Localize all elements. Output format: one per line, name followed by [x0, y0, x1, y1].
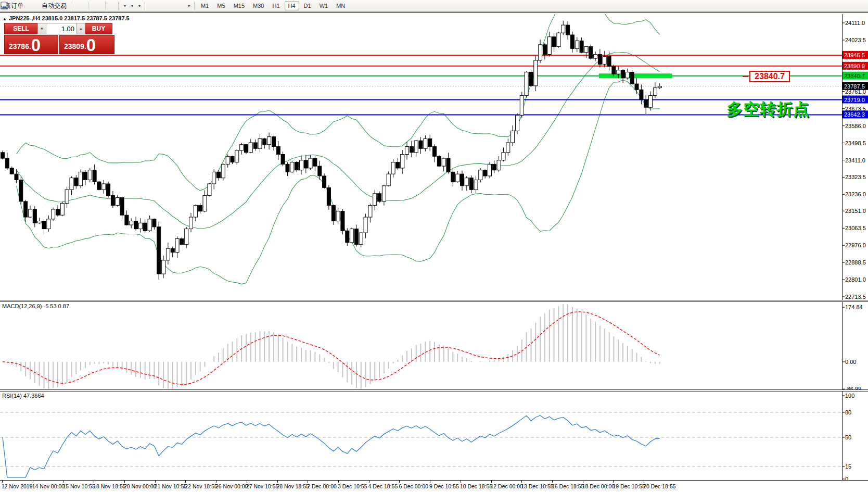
zoom-in-button[interactable]	[91, 0, 95, 11]
x-axis-tick	[399, 481, 400, 483]
macd-panel-canvas[interactable]: 174.84 0.00 -86.99	[0, 302, 868, 389]
chart-shift-button[interactable]	[112, 0, 116, 11]
template-button[interactable]: ▾	[135, 0, 143, 11]
auto-scroll-button[interactable]	[108, 0, 112, 11]
y-axis-tick-label: 80	[845, 409, 851, 415]
tf-m1-button[interactable]: M1	[197, 1, 212, 10]
volume-input[interactable]	[46, 23, 76, 34]
rsi-indicator-label: RSI(14) 47.3664	[2, 393, 44, 399]
fibonacci-tool-button[interactable]: F	[172, 0, 176, 11]
toolbar-separator	[88, 2, 88, 10]
sell-button[interactable]: SELL	[4, 23, 37, 34]
tf-mn-button[interactable]: MN	[333, 1, 349, 10]
sell-price-int: 23786	[9, 40, 29, 53]
x-axis-label: 12 Dec 00:00	[491, 483, 523, 489]
text-tool-button[interactable]: A	[176, 0, 181, 11]
price-badge-label: 23787.5	[844, 83, 865, 90]
x-axis-tick	[216, 481, 216, 483]
x-axis-label: 15 Nov 10:55	[62, 483, 95, 489]
vertical-line-tool-button[interactable]	[156, 0, 160, 11]
auto-trading-button[interactable]: 自动交易	[38, 0, 69, 11]
volume-decrease-button[interactable]: ▼	[37, 23, 46, 34]
x-axis-tick	[430, 481, 430, 483]
tf-w1-button[interactable]: W1	[316, 1, 332, 10]
tile-windows-button[interactable]	[99, 0, 103, 11]
x-axis-label: 21 Nov 10:55	[155, 483, 187, 489]
crosshair-tool-button[interactable]	[151, 0, 156, 11]
buy-button[interactable]: BUY	[85, 23, 112, 34]
dropdown-caret-icon: ▾	[131, 4, 133, 8]
terminal-button[interactable]	[30, 0, 34, 11]
buy-price-panel[interactable]: 23809 . 0	[59, 35, 114, 54]
y-axis-tick-label: 23063.5	[845, 225, 866, 231]
y-axis-tick-label: 22801.0	[845, 276, 866, 283]
main-chart-canvas[interactable]: 24111.0 24023.5 23936.0 23848.5 23761.0 …	[0, 14, 868, 300]
y-axis-tick-label: -86.99	[845, 386, 861, 389]
x-axis-tick	[644, 481, 644, 483]
x-axis-label: 2 Dec 00:00	[307, 483, 337, 489]
tf-m30-button[interactable]: M30	[249, 1, 267, 10]
toolbar-separator	[145, 2, 145, 10]
signal-button[interactable]	[34, 0, 38, 11]
y-axis-tick-label: 22888.5	[845, 259, 866, 266]
x-axis-label: 26 Nov 00:00	[215, 483, 248, 489]
new-chart-button[interactable]: ▾	[121, 0, 128, 11]
metaeditor-button[interactable]	[25, 0, 30, 11]
rsi-panel-canvas[interactable]: 100 80 50 15 0	[0, 392, 868, 480]
y-axis-tick-label: 23498.5	[845, 140, 866, 146]
x-axis-tick	[94, 481, 94, 483]
label-tool-button[interactable]: T	[181, 0, 185, 11]
candlestick-chart-button[interactable]	[78, 0, 82, 11]
x-axis-tick	[63, 481, 63, 483]
tf-d1-button[interactable]: D1	[300, 1, 315, 10]
auto-trading-label: 自动交易	[42, 2, 67, 10]
collapse-arrow-icon[interactable]: ▲	[3, 17, 7, 21]
y-axis-tick-label: 23586.0	[845, 123, 866, 129]
period-button[interactable]: ▾	[128, 0, 135, 11]
y-axis-tick-label: 23411.0	[845, 157, 865, 163]
buy-price-int: 23809	[64, 40, 84, 53]
tf-h1-button[interactable]: H1	[269, 1, 283, 10]
x-axis-label: 10 Dec 18:55	[460, 483, 492, 489]
y-axis-tick-label: 23323.5	[845, 174, 866, 180]
chart-annotation-text[interactable]: 多空转折点	[726, 98, 810, 120]
x-axis-label: 12 Nov 2019	[2, 483, 33, 489]
chat-button[interactable]	[860, 0, 864, 11]
one-click-trading-widget: SELL ▼ ▲ BUY 23786 . 0 23809 . 0	[4, 23, 114, 54]
price-tag-label[interactable]: 23840.7	[749, 71, 790, 82]
x-axis-tick	[185, 481, 186, 483]
cursor-tool-button[interactable]	[147, 0, 151, 11]
x-axis-date-bar: 12 Nov 201914 Nov 00:0015 Nov 10:5518 No…	[0, 480, 868, 492]
sell-price-panel[interactable]: 23786 . 0	[4, 35, 58, 54]
price-badge-label: 23840.7	[844, 73, 865, 79]
search-button[interactable]	[856, 0, 860, 11]
x-axis-tick	[613, 481, 614, 483]
x-axis-label: 22 Nov 18:55	[185, 483, 217, 489]
x-axis-label: 28 Nov 18:55	[277, 483, 309, 489]
window-border	[0, 11, 868, 13]
y-axis-tick-label: 23151.0	[845, 208, 866, 214]
y-axis-tick-label: 15	[845, 463, 851, 470]
tf-m5-button[interactable]: M5	[213, 1, 228, 10]
x-axis-tick	[338, 481, 339, 483]
x-axis-label: 6 Dec 00:00	[399, 483, 428, 489]
tf-h4-button[interactable]: H4	[285, 1, 299, 10]
price-badge-label: 23642.3	[844, 111, 865, 118]
channel-tool-button[interactable]: E	[168, 0, 172, 11]
horizontal-line-tool-button[interactable]	[160, 0, 164, 11]
volume-increase-button[interactable]: ▲	[76, 23, 85, 34]
x-axis-tick	[277, 481, 278, 483]
y-axis-tick-label: 0.00	[845, 359, 856, 365]
x-axis-label: 4 Dec 18:55	[368, 483, 398, 489]
trendline-tool-button[interactable]	[164, 0, 168, 11]
price-badge-label: 23719.0	[844, 97, 865, 103]
symbol-ohlc-text: JPN225-,H4 23815.0 23817.5 23787.5 23787…	[9, 15, 130, 21]
arrows-tool-button[interactable]: ▾	[185, 0, 192, 11]
line-chart-button[interactable]	[82, 0, 86, 11]
bar-chart-button[interactable]	[73, 0, 78, 11]
zoom-out-button[interactable]	[95, 0, 99, 11]
y-axis-tick-label: 50	[845, 434, 851, 440]
x-axis-label: 20 Dec 18:55	[643, 483, 675, 489]
chat-icon	[0, 2, 9, 10]
tf-m15-button[interactable]: M15	[230, 1, 248, 10]
